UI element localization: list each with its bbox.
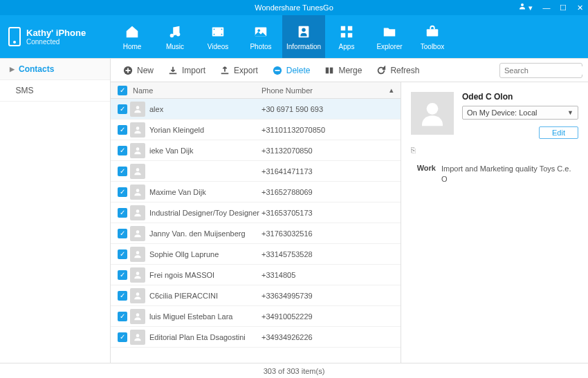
svg-point-7 xyxy=(221,33,223,35)
sidebar-item-label: SMS xyxy=(16,86,34,95)
table-row[interactable]: ✓C6cilia PIERACCINI+33634995739 xyxy=(111,285,401,306)
svg-rect-14 xyxy=(341,32,345,37)
contact-name-cell: Frei ngois MASSOI xyxy=(149,271,214,279)
contact-phone-cell: +33634995739 xyxy=(261,292,401,300)
svg-rect-21 xyxy=(330,67,333,73)
refresh-button[interactable]: Refresh xyxy=(369,62,425,79)
contact-name-cell: Editorial Plan Eta Dsagostini xyxy=(149,333,246,341)
table-body[interactable]: ✓alex+30 6971 590 693✓Yorian Kleingeld+3… xyxy=(111,99,401,363)
contact-phone-cell: +30 6971 590 693 xyxy=(261,105,401,113)
nav-explorer[interactable]: Explorer xyxy=(368,15,411,58)
avatar-icon xyxy=(130,330,145,345)
row-checkbox[interactable]: ✓ xyxy=(118,146,127,155)
toolbox-icon xyxy=(424,23,441,40)
work-value: Import and Marketing quality Toys C.e. O xyxy=(441,164,578,185)
nav-music[interactable]: Music xyxy=(154,15,196,58)
table-row[interactable]: ✓Maxime Van Dijk+31652788069 xyxy=(111,182,401,202)
sidebar-item-label: Contacts xyxy=(19,64,54,74)
detail-panel: Oded C Olon On My Device: Local ▼ Edit ⎘… xyxy=(401,82,588,363)
row-checkbox[interactable]: ✓ xyxy=(118,270,127,280)
svg-rect-16 xyxy=(427,29,439,36)
device-status: Connected xyxy=(26,38,86,46)
row-checkbox[interactable]: ✓ xyxy=(118,208,127,218)
svg-point-32 xyxy=(136,292,140,296)
title-bar: Wondershare TunesGo ▾ — ☐ ✕ xyxy=(0,0,588,15)
column-name[interactable]: Name xyxy=(130,86,261,95)
explorer-icon xyxy=(381,23,398,40)
contact-phone-cell: +31653705173 xyxy=(261,209,401,217)
table-row[interactable]: ✓ieke Van Dijk+31132070850 xyxy=(111,140,401,161)
table-row[interactable]: ✓luis Miguel Esteban Lara+34910052229 xyxy=(111,306,401,327)
contact-phone-cell: +34910052229 xyxy=(261,312,401,321)
search-input[interactable] xyxy=(504,66,588,75)
user-menu-icon[interactable]: ▾ xyxy=(518,2,533,12)
svg-rect-19 xyxy=(275,70,279,71)
chevron-right-icon: ▶ xyxy=(10,66,15,73)
row-checkbox[interactable]: ✓ xyxy=(118,249,127,259)
minimize-button[interactable]: — xyxy=(541,3,552,12)
table-row[interactable]: ✓Sophie Ollg Laprune+33145753528 xyxy=(111,244,401,265)
nav-videos[interactable]: Videos xyxy=(196,15,239,58)
svg-point-35 xyxy=(427,103,439,115)
svg-point-30 xyxy=(136,251,140,254)
nav-label: Explorer xyxy=(376,43,402,50)
contact-phone-cell: +31652788069 xyxy=(261,188,401,196)
select-all-checkbox[interactable]: ✓ xyxy=(118,86,127,95)
location-select[interactable]: On My Device: Local ▼ xyxy=(462,106,578,120)
table-row[interactable]: ✓Janny Van. den Muijsenberg+31763032516 xyxy=(111,223,401,244)
svg-point-25 xyxy=(136,147,140,151)
merge-icon xyxy=(324,65,335,76)
nav-toolbox[interactable]: Toolbox xyxy=(411,15,454,58)
edit-button[interactable]: Edit xyxy=(539,126,578,139)
phone-icon xyxy=(8,27,21,46)
table-row[interactable]: ✓+31641471173 xyxy=(111,161,401,182)
contact-phone-cell: +3314805 xyxy=(261,271,401,279)
table-row[interactable]: ✓Editorial Plan Eta Dsagostini+349349262… xyxy=(111,327,401,348)
refresh-icon xyxy=(376,65,387,76)
sidebar-item-sms[interactable]: SMS xyxy=(0,80,110,102)
svg-point-11 xyxy=(302,28,306,32)
device-block[interactable]: Kathy' iPhone Connected xyxy=(0,15,111,58)
avatar-icon xyxy=(130,143,145,158)
nav-bar: Kathy' iPhone Connected HomeMusicVideosP… xyxy=(0,15,588,58)
table-row[interactable]: ✓Yorian Kleingeld+31101132070850 xyxy=(111,120,401,140)
svg-point-5 xyxy=(214,33,215,35)
avatar-icon xyxy=(130,185,145,200)
row-checkbox[interactable]: ✓ xyxy=(118,332,127,342)
avatar-icon xyxy=(130,267,145,283)
table-row[interactable]: ✓Industrial Designer/Toy Designer+316537… xyxy=(111,202,401,223)
row-checkbox[interactable]: ✓ xyxy=(118,229,127,238)
nav-apps[interactable]: Apps xyxy=(325,15,368,58)
row-checkbox[interactable]: ✓ xyxy=(118,125,127,135)
nav-home[interactable]: Home xyxy=(111,15,154,58)
column-phone[interactable]: Phone Number▴ xyxy=(261,86,401,95)
nav-photos[interactable]: Photos xyxy=(239,15,282,58)
merge-button[interactable]: Merge xyxy=(318,62,368,79)
export-button[interactable]: Export xyxy=(213,62,264,79)
svg-rect-20 xyxy=(326,67,329,73)
row-checkbox[interactable]: ✓ xyxy=(118,167,127,176)
contact-phone-cell: +31763032516 xyxy=(261,229,401,238)
row-checkbox[interactable]: ✓ xyxy=(118,104,127,114)
contact-name: Oded C Olon xyxy=(462,92,578,102)
work-label: Work xyxy=(411,164,436,185)
nav-label: Music xyxy=(166,43,184,50)
delete-button[interactable]: Delete xyxy=(266,62,317,79)
close-button[interactable]: ✕ xyxy=(574,3,585,12)
import-button[interactable]: Import xyxy=(161,62,212,79)
contact-phone-cell: +31641471173 xyxy=(261,167,401,176)
row-checkbox[interactable]: ✓ xyxy=(118,312,127,321)
svg-point-0 xyxy=(521,3,524,6)
information-icon xyxy=(295,23,312,40)
apps-icon xyxy=(338,23,355,40)
search-box[interactable] xyxy=(499,63,582,78)
maximize-button[interactable]: ☐ xyxy=(558,3,569,12)
table-row[interactable]: ✓alex+30 6971 590 693 xyxy=(111,99,401,120)
sidebar-item-contacts[interactable]: ▶Contacts xyxy=(0,59,110,80)
row-checkbox[interactable]: ✓ xyxy=(118,187,127,197)
table-row[interactable]: ✓Frei ngois MASSOI+3314805 xyxy=(111,265,401,285)
new-button[interactable]: New xyxy=(116,62,160,79)
row-checkbox[interactable]: ✓ xyxy=(118,291,127,301)
nav-information[interactable]: Information xyxy=(282,15,325,58)
avatar-icon xyxy=(130,164,145,179)
